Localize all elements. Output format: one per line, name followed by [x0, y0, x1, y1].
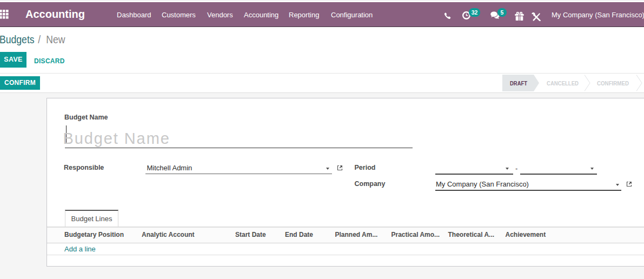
- svg-text:CANCELLED: CANCELLED: [547, 80, 579, 87]
- svg-text:DRAFT: DRAFT: [510, 80, 527, 87]
- svg-text:CONFIRMED: CONFIRMED: [597, 80, 629, 87]
